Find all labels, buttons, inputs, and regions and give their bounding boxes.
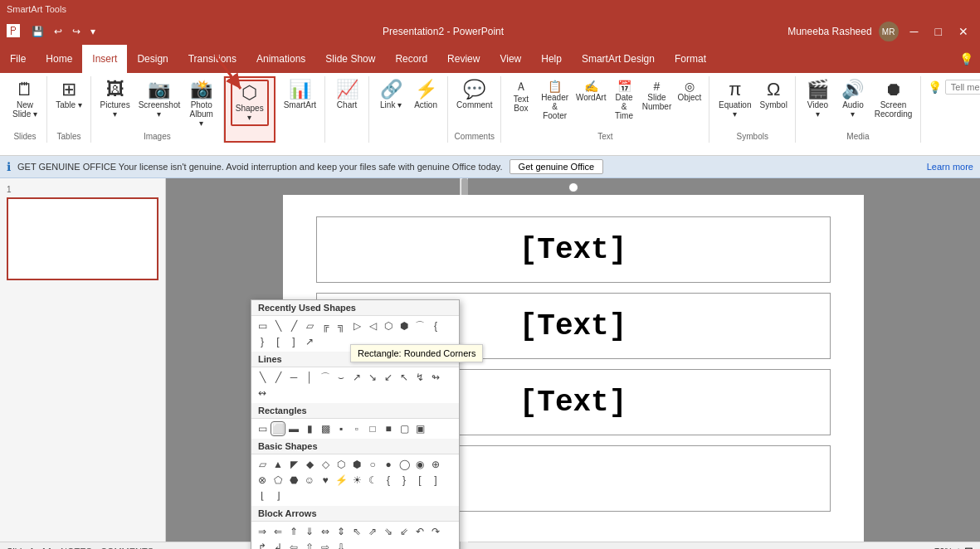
rect-snip4[interactable]: ▪	[334, 421, 349, 436]
new-slide-button[interactable]: 🗒 NewSlide ▾	[8, 78, 41, 121]
audio-button[interactable]: 🔊 Audio ▾	[836, 78, 870, 121]
rect-basic[interactable]: ▭	[255, 421, 270, 436]
rect-snip6[interactable]: □	[365, 421, 380, 436]
redo-button[interactable]: ↪	[69, 24, 84, 39]
line-diag1[interactable]: ╲	[255, 370, 270, 385]
ba-diag3[interactable]: ⇘	[381, 524, 396, 539]
ba-diag4[interactable]: ⇙	[397, 524, 412, 539]
save-button[interactable]: 💾	[28, 24, 47, 39]
rect-rounded[interactable]: ⬜	[271, 421, 285, 436]
ba-left[interactable]: ⇐	[271, 524, 285, 539]
ba-horiz[interactable]: ⇔	[318, 524, 333, 539]
bs-sun[interactable]: ☀	[349, 473, 364, 488]
object-button[interactable]: ◎ Object	[675, 78, 704, 104]
shape-hex2[interactable]: ⬢	[397, 318, 412, 333]
selection-handle-top[interactable]	[568, 182, 578, 192]
comment-button[interactable]: 💬 Comment	[453, 78, 495, 112]
fit-to-window-button[interactable]: ⊡	[964, 545, 973, 549]
rect-snip7[interactable]: ■	[381, 421, 396, 436]
line-vert[interactable]: │	[302, 370, 317, 385]
symbol-button[interactable]: Ω Symbol	[757, 78, 790, 112]
date-time-button[interactable]: 📅 Date &Time	[610, 78, 639, 122]
shapes-button[interactable]: ⬡ Shapes ▾	[231, 80, 269, 126]
menu-slideshow[interactable]: Slide Show	[315, 45, 385, 73]
customize-quick-access-button[interactable]: ▾	[87, 24, 99, 39]
rect-snip2[interactable]: ▮	[302, 421, 317, 436]
ba-bent1[interactable]: ↱	[255, 540, 270, 549]
menu-format[interactable]: Format	[665, 45, 716, 73]
line-arrow2[interactable]: ↘	[365, 370, 380, 385]
bs-heart[interactable]: ♥	[318, 473, 333, 488]
slide-thumbnail[interactable]: [Text] [Text] [Text]	[7, 197, 158, 280]
shape-corner2[interactable]: ╗	[334, 318, 349, 333]
bs-circle[interactable]: ○	[365, 457, 380, 472]
pictures-button[interactable]: 🖼 Pictures ▾	[96, 78, 134, 121]
bs-pentagon[interactable]: ⬠	[271, 473, 285, 488]
tell-me-input[interactable]	[945, 80, 980, 95]
shape-parallelogram[interactable]: ▱	[302, 318, 317, 333]
bs-bracket3[interactable]: ⌊	[255, 488, 270, 503]
menu-view[interactable]: View	[490, 45, 531, 73]
bs-circle2[interactable]: ●	[381, 457, 396, 472]
maximize-button[interactable]: □	[930, 23, 947, 40]
line-loop1[interactable]: ↬	[428, 370, 443, 385]
menu-insert[interactable]: Insert	[82, 45, 127, 73]
ba-vert[interactable]: ⇕	[334, 524, 349, 539]
ba-notched3[interactable]: ⇨	[318, 540, 333, 549]
line-arrow3[interactable]: ↙	[381, 370, 396, 385]
ba-diag1[interactable]: ⇖	[349, 524, 364, 539]
ba-notched2[interactable]: ⇧	[302, 540, 317, 549]
menu-help[interactable]: Help	[531, 45, 572, 73]
menu-file[interactable]: File	[0, 45, 36, 73]
bs-hex[interactable]: ⬡	[334, 457, 349, 472]
menu-review[interactable]: Review	[437, 45, 490, 73]
undo-button[interactable]: ↩	[51, 24, 66, 39]
action-button[interactable]: ⚡ Action	[409, 78, 442, 112]
shape-rect[interactable]: ▭	[255, 318, 270, 333]
bs-bracket1[interactable]: [	[412, 473, 427, 488]
menu-home[interactable]: Home	[36, 45, 82, 73]
bs-brace1[interactable]: {	[381, 473, 396, 488]
learn-more-link[interactable]: Learn more	[927, 162, 973, 172]
shape-arrow3[interactable]: ↗	[302, 334, 317, 349]
text-box-1[interactable]: [Text]	[316, 216, 831, 283]
shape-bracket1[interactable]: {	[428, 318, 443, 333]
menu-record[interactable]: Record	[385, 45, 437, 73]
ba-bent2[interactable]: ↲	[271, 540, 285, 549]
line-curve1[interactable]: ⌒	[318, 370, 333, 385]
shape-hex1[interactable]: ⬡	[381, 318, 396, 333]
bs-smiley[interactable]: ☺	[302, 473, 317, 488]
shape-bracket2[interactable]: }	[255, 334, 270, 349]
shape-arc1[interactable]: ⌒	[412, 318, 427, 333]
wordart-button[interactable]: ✍ WordArt	[574, 78, 608, 104]
rect-snip9[interactable]: ▣	[412, 421, 427, 436]
user-avatar[interactable]: MR	[879, 22, 899, 41]
rect-snip3[interactable]: ▩	[318, 421, 333, 436]
close-button[interactable]: ✕	[953, 23, 973, 40]
menu-animations[interactable]: Animations	[246, 45, 315, 73]
menu-design[interactable]: Design	[127, 45, 178, 73]
equation-button[interactable]: π Equation ▾	[714, 78, 755, 121]
slide-number-button[interactable]: # SlideNumber	[641, 78, 674, 113]
line-arrow1[interactable]: ↗	[349, 370, 364, 385]
bs-bracket4[interactable]: ⌋	[271, 488, 285, 503]
notes-button[interactable]: NOTES	[61, 547, 92, 550]
comments-button[interactable]: COMMENTS	[100, 547, 154, 550]
bs-plus[interactable]: ⊕	[428, 457, 443, 472]
bs-triangle-rt[interactable]: ◤	[286, 457, 301, 472]
chart-button[interactable]: 📈 Chart	[330, 78, 363, 112]
ba-down[interactable]: ⇓	[302, 524, 317, 539]
screenshot-button[interactable]: 📷 Screenshot ▾	[135, 78, 183, 121]
menu-transitions[interactable]: Transitions	[178, 45, 246, 73]
shape-line1[interactable]: ╲	[271, 318, 285, 333]
bs-diamond[interactable]: ◆	[302, 457, 317, 472]
minimize-button[interactable]: ─	[905, 23, 924, 40]
bs-octagon[interactable]: ⬣	[286, 473, 301, 488]
bs-triangle[interactable]: ▲	[271, 457, 285, 472]
bs-moon[interactable]: ☾	[365, 473, 380, 488]
link-button[interactable]: 🔗 Link ▾	[374, 78, 407, 112]
ba-right[interactable]: ⇒	[255, 524, 270, 539]
ba-notched4[interactable]: ⇩	[334, 540, 349, 549]
rect-snip5[interactable]: ▫	[349, 421, 364, 436]
header-footer-button[interactable]: 📋 Header& Footer	[537, 78, 572, 122]
